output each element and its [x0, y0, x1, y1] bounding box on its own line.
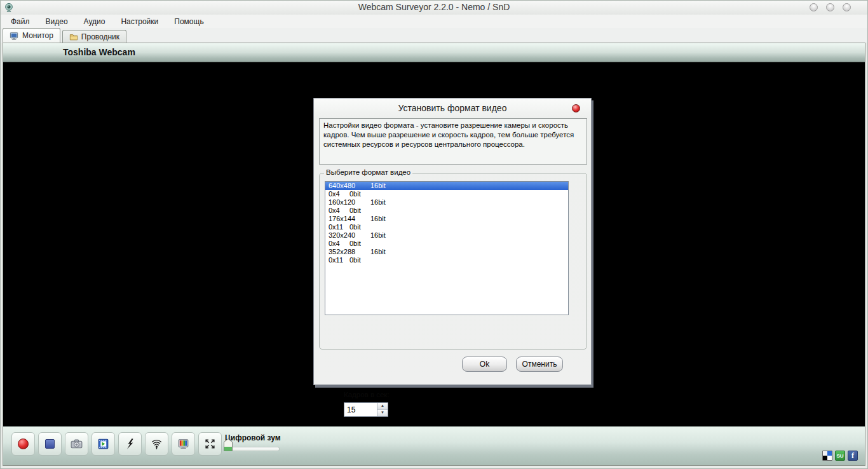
video-format-button[interactable] — [172, 432, 195, 456]
window-maximize-button[interactable] — [826, 3, 834, 11]
fps-label: Кадров в сек: — [344, 391, 390, 398]
set-video-format-dialog: Установить формат видео Настройки видео … — [313, 98, 592, 385]
stop-icon — [45, 439, 55, 449]
antenna-waves-icon — [150, 437, 163, 451]
digital-zoom-slider[interactable] — [225, 447, 280, 451]
format-row[interactable]: 0x4 0bit — [325, 207, 568, 215]
fullscreen-arrows-icon — [203, 437, 217, 451]
format-groupbox: Выберите формат видео 640x480 16bit 0x4 … — [319, 173, 587, 350]
record-icon — [18, 438, 29, 449]
broadcast-button[interactable] — [145, 432, 168, 456]
tab-explorer[interactable]: Проводник — [62, 30, 126, 43]
dialog-title: Установить формат видео — [314, 103, 591, 113]
camera-name: Toshiba Webcam — [63, 47, 135, 57]
tab-monitor-label: Монитор — [22, 31, 53, 40]
motion-detection-button[interactable] — [118, 432, 142, 456]
format-group-label: Выберите формат видео — [324, 168, 412, 176]
lightning-icon — [123, 437, 137, 451]
spin-down-icon[interactable]: ▼ — [377, 409, 388, 416]
format-listbox[interactable]: 640x480 16bit 0x4 0bit 160x120 16bit 0x4… — [325, 181, 569, 315]
window-close-button[interactable] — [843, 3, 851, 11]
folder-icon — [69, 32, 78, 41]
menu-audio[interactable]: Аудио — [78, 16, 111, 27]
menu-settings[interactable]: Настройки — [115, 16, 164, 27]
format-row[interactable]: 0x4 0bit — [325, 240, 568, 248]
dialog-description: Настройки видео формата - установите раз… — [319, 118, 587, 165]
digital-zoom-label: Цифровой зум — [225, 433, 281, 442]
fps-input[interactable] — [344, 403, 377, 416]
stop-button[interactable] — [38, 432, 62, 456]
window-title: Webcam Surveyor 2.2.0 - Nemo / SnD — [1, 2, 867, 12]
snapshot-camera-icon — [70, 437, 83, 451]
toolbar — [11, 432, 222, 456]
menu-bar: Файл Видео Аудио Настройки Помощь — [1, 15, 867, 28]
window-controls — [810, 3, 851, 11]
tab-monitor[interactable]: Монитор — [3, 28, 60, 43]
control-bar: Цифровой зум SU f — [3, 426, 865, 465]
record-button[interactable] — [11, 432, 35, 456]
snapshot-button[interactable] — [65, 432, 88, 456]
format-row[interactable]: 320x240 16bit — [325, 231, 568, 240]
spin-up-icon[interactable]: ▲ — [377, 403, 388, 409]
dialog-close-ball-icon[interactable] — [572, 104, 580, 112]
cancel-button[interactable]: Отменить — [516, 357, 563, 372]
format-row[interactable]: 352x288 16bit — [325, 248, 568, 256]
camera-header: Toshiba Webcam — [3, 43, 865, 62]
title-bar: Webcam Surveyor 2.2.0 - Nemo / SnD — [1, 1, 867, 15]
format-row[interactable]: 0x4 0bit — [325, 190, 568, 198]
fps-spinner: ▲ ▼ — [344, 402, 388, 417]
social-links: SU f — [822, 451, 858, 461]
fps-spin-buttons: ▲ ▼ — [377, 403, 388, 416]
menu-file[interactable]: Файл — [5, 16, 36, 27]
film-strip-icon — [97, 437, 110, 451]
monitor-colorbars-icon — [177, 437, 190, 451]
video-capture-button[interactable] — [92, 432, 115, 456]
monitor-icon — [10, 31, 19, 41]
tab-bar: Монитор Проводник — [1, 28, 867, 43]
facebook-icon[interactable]: f — [848, 451, 858, 461]
format-row[interactable]: 640x480 16bit — [325, 182, 568, 190]
format-row[interactable]: 0x11 0bit — [325, 256, 568, 264]
format-row[interactable]: 0x11 0bit — [325, 223, 568, 231]
tab-explorer-label: Проводник — [81, 32, 119, 41]
ok-button[interactable]: Ok — [462, 357, 507, 372]
stumbleupon-icon[interactable]: SU — [835, 451, 845, 461]
fullscreen-button[interactable] — [198, 432, 222, 456]
format-row[interactable]: 176x144 16bit — [325, 215, 568, 223]
zoom-slider-thumb[interactable] — [224, 438, 233, 451]
menu-help[interactable]: Помощь — [168, 16, 209, 27]
delicious-icon[interactable] — [822, 451, 832, 461]
app-window: Webcam Surveyor 2.2.0 - Nemo / SnD Файл … — [0, 0, 868, 469]
format-row[interactable]: 160x120 16bit — [325, 198, 568, 207]
menu-video[interactable]: Видео — [40, 16, 74, 27]
window-minimize-button[interactable] — [810, 3, 818, 11]
